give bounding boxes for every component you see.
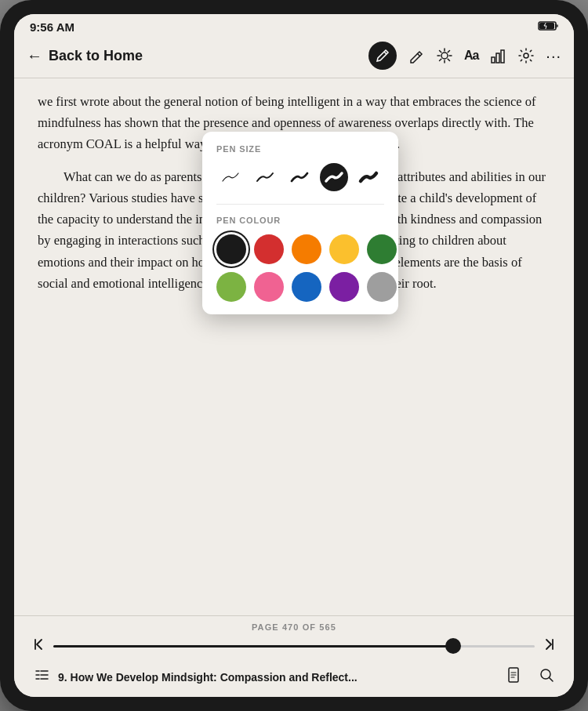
- pen-size-md[interactable]: [285, 163, 314, 191]
- device-screen: 9:56 AM ← Back to: [14, 14, 574, 697]
- svg-rect-13: [501, 50, 504, 63]
- pen-colour-section: PEN COLOUR: [216, 204, 384, 302]
- search-button[interactable]: [538, 666, 555, 687]
- colour-pink[interactable]: [254, 272, 284, 302]
- pen-popup: PEN SIZE: [202, 132, 398, 314]
- colour-purple[interactable]: [329, 272, 359, 302]
- nav-left: ← Back to Home: [27, 47, 143, 65]
- status-time: 9:56 AM: [30, 20, 74, 34]
- prev-page-button[interactable]: [33, 638, 45, 654]
- svg-line-28: [550, 678, 554, 682]
- pen-tool-button[interactable]: [368, 42, 397, 70]
- colour-yellow[interactable]: [329, 234, 359, 264]
- bottom-nav: PAGE 470 OF 565: [14, 615, 574, 697]
- next-page-button[interactable]: [543, 638, 555, 654]
- status-bar: 9:56 AM: [14, 14, 574, 37]
- svg-rect-11: [492, 57, 495, 63]
- pen-size-xl[interactable]: [354, 163, 383, 191]
- pen-size-lg[interactable]: [320, 163, 348, 191]
- pen-size-sm[interactable]: [251, 163, 279, 191]
- font-button[interactable]: Aa: [464, 49, 478, 63]
- bottom-toolbar: 9. How We Develop Mindsight: Compassion …: [14, 660, 574, 697]
- settings-button[interactable]: [517, 47, 535, 64]
- pen-colour-label: PEN COLOUR: [216, 216, 384, 225]
- svg-point-14: [524, 53, 528, 58]
- svg-line-9: [448, 51, 449, 53]
- svg-line-10: [439, 59, 441, 60]
- progress-fill: [53, 645, 453, 648]
- bottom-icons: [505, 666, 555, 687]
- colour-black[interactable]: [216, 234, 246, 264]
- progress-track[interactable]: [53, 645, 535, 648]
- bottom-left: 9. How We Develop Mindsight: Compassion …: [33, 666, 358, 687]
- colour-orange[interactable]: [292, 234, 321, 264]
- chapter-title: 9. How We Develop Mindsight: Compassion …: [58, 671, 358, 684]
- svg-line-8: [448, 59, 449, 60]
- status-right: [538, 20, 558, 34]
- svg-rect-12: [496, 53, 499, 63]
- document-button[interactable]: [505, 666, 522, 687]
- content-area: we first wrote about the general notion …: [14, 78, 574, 615]
- eraser-button[interactable]: [408, 47, 425, 64]
- nav-title: Back to Home: [49, 48, 143, 64]
- chart-button[interactable]: [489, 47, 506, 64]
- battery-icon: [538, 20, 558, 34]
- pen-sizes: [216, 163, 384, 191]
- colour-gray[interactable]: [367, 272, 397, 302]
- colour-grid: [216, 234, 384, 302]
- more-button[interactable]: ···: [546, 47, 561, 65]
- brightness-button[interactable]: [436, 47, 453, 64]
- toc-button[interactable]: [33, 666, 50, 687]
- colour-lime[interactable]: [216, 272, 246, 302]
- pen-size-label: PEN SIZE: [216, 144, 384, 154]
- back-button[interactable]: ←: [27, 47, 42, 65]
- progress-thumb[interactable]: [445, 638, 461, 654]
- nav-right: Aa ···: [368, 42, 561, 70]
- progress-bar-container: [14, 635, 574, 660]
- svg-point-2: [441, 53, 448, 59]
- colour-red[interactable]: [254, 234, 284, 264]
- svg-line-7: [439, 51, 441, 53]
- pen-size-xs[interactable]: [216, 163, 245, 191]
- colour-green[interactable]: [367, 234, 397, 264]
- colour-blue[interactable]: [292, 272, 321, 302]
- nav-bar: ← Back to Home: [14, 37, 574, 78]
- device-frame: 9:56 AM ← Back to: [0, 0, 588, 711]
- page-indicator: PAGE 470 OF 565: [14, 616, 574, 635]
